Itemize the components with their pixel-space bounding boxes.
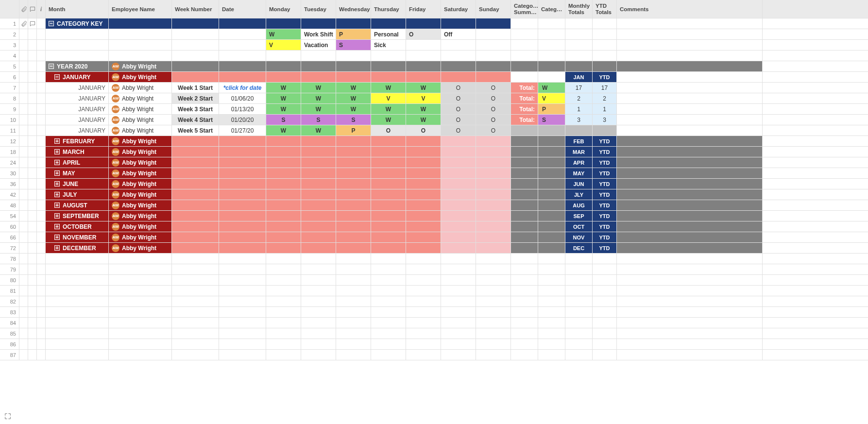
- col-weeknumber[interactable]: Week Number: [172, 0, 219, 18]
- day-cell[interactable]: O: [476, 93, 511, 103]
- employee-cell[interactable]: AWAbby Wright: [109, 200, 172, 210]
- day-cell[interactable]: P: [336, 125, 371, 136]
- row-empty[interactable]: 85: [0, 328, 868, 339]
- col-tuesday[interactable]: Tuesday: [301, 0, 336, 18]
- col-date[interactable]: Date: [219, 0, 266, 18]
- row-empty[interactable]: 86: [0, 339, 868, 350]
- expand-toggle[interactable]: +: [54, 235, 60, 240]
- day-cell[interactable]: O: [441, 93, 476, 103]
- employee-cell[interactable]: AWAbby Wright: [109, 211, 172, 221]
- week-number[interactable]: Week 1 Start: [172, 83, 219, 93]
- category-key-title[interactable]: −CATEGORY KEY: [46, 18, 109, 29]
- employee-cell[interactable]: AWAbby Wright: [109, 104, 172, 114]
- day-cell[interactable]: W: [336, 93, 371, 103]
- row-week[interactable]: 10JANUARYAWAbby WrightWeek 4 Start01/20/…: [0, 115, 868, 125]
- row-empty[interactable]: 80: [0, 275, 868, 286]
- row-empty[interactable]: 78: [0, 254, 868, 264]
- day-cell[interactable]: W: [336, 104, 371, 114]
- date-cell[interactable]: *click for date: [219, 83, 266, 93]
- row-empty[interactable]: 79: [0, 264, 868, 275]
- col-comments[interactable]: Comments: [617, 0, 763, 18]
- employee-cell[interactable]: AWAbby Wright: [109, 168, 172, 178]
- row-empty[interactable]: 87: [0, 350, 868, 360]
- day-cell[interactable]: W: [406, 115, 441, 125]
- employee-cell[interactable]: AWAbby Wright: [109, 147, 172, 157]
- collapse-toggle[interactable]: −: [54, 74, 60, 80]
- row-week[interactable]: 9JANUARYAWAbby WrightWeek 3 Start01/13/2…: [0, 104, 868, 115]
- day-cell[interactable]: O: [406, 125, 441, 136]
- day-cell[interactable]: V: [406, 93, 441, 103]
- col-thursday[interactable]: Thursday: [371, 0, 406, 18]
- expand-toggle[interactable]: +: [54, 138, 60, 144]
- employee-cell[interactable]: AWAbby Wright: [109, 83, 172, 93]
- col-monthly-totals[interactable]: Monthly Totals: [565, 0, 593, 18]
- col-friday[interactable]: Friday: [406, 0, 441, 18]
- expand-toggle[interactable]: +: [54, 160, 60, 165]
- week-number[interactable]: Week 5 Start: [172, 125, 219, 136]
- day-cell[interactable]: W: [406, 83, 441, 93]
- row-month-collapsed[interactable]: 12+FEBRUARYAWAbby WrightFEBYTD: [0, 136, 868, 147]
- day-cell[interactable]: O: [441, 115, 476, 125]
- row-week[interactable]: 8JANUARYAWAbby WrightWeek 2 Start01/06/2…: [0, 93, 868, 104]
- row-category-key[interactable]: 1−CATEGORY KEY: [0, 18, 868, 29]
- col-employee[interactable]: Employee Name: [109, 0, 172, 18]
- day-cell[interactable]: O: [476, 115, 511, 125]
- day-cell[interactable]: W: [301, 93, 336, 103]
- row-january-header[interactable]: 6−JANUARYAWAbby WrightJANYTD: [0, 72, 868, 83]
- expand-toggle[interactable]: +: [54, 170, 60, 176]
- employee-cell[interactable]: AWAbby Wright: [109, 232, 172, 242]
- day-cell[interactable]: S: [336, 115, 371, 125]
- row-empty[interactable]: 81: [0, 286, 868, 296]
- row-month-collapsed[interactable]: 30+MAYAWAbby WrightMAYYTD: [0, 168, 868, 179]
- day-cell[interactable]: W: [336, 83, 371, 93]
- row-empty[interactable]: 82: [0, 296, 868, 307]
- row-month-collapsed[interactable]: 36+JUNEAWAbby WrightJUNYTD: [0, 179, 868, 189]
- attachment-header-icon[interactable]: [19, 0, 28, 18]
- row-empty[interactable]: 83: [0, 307, 868, 318]
- employee-cell[interactable]: AWAbby Wright: [109, 221, 172, 232]
- employee-cell[interactable]: AWAbby Wright: [109, 136, 172, 146]
- row-week[interactable]: 7JANUARYAWAbby WrightWeek 1 Start*click …: [0, 83, 868, 93]
- col-category-summary[interactable]: Catego… Summ…: [511, 0, 538, 18]
- employee-cell[interactable]: AWAbby Wright: [109, 93, 172, 103]
- day-cell[interactable]: W: [301, 104, 336, 114]
- day-cell[interactable]: W: [266, 104, 301, 114]
- week-number[interactable]: Week 3 Start: [172, 104, 219, 114]
- day-cell[interactable]: S: [301, 115, 336, 125]
- row-comment-icon[interactable]: [29, 20, 36, 27]
- row-month-collapsed[interactable]: 18+MARCHAWAbby WrightMARYTD: [0, 147, 868, 157]
- employee-cell[interactable]: AWAbby Wright: [109, 115, 172, 125]
- col-category[interactable]: Categ…: [538, 0, 565, 18]
- day-cell[interactable]: V: [371, 93, 406, 103]
- row-month-collapsed[interactable]: 54+SEPTEMBERAWAbby WrightSEPYTD: [0, 211, 868, 221]
- row-year[interactable]: 5−YEAR 2020AWAbby Wright: [0, 61, 868, 72]
- info-header-icon[interactable]: i: [37, 0, 46, 18]
- day-cell[interactable]: W: [371, 115, 406, 125]
- date-cell[interactable]: 01/13/20: [219, 104, 266, 114]
- expand-toggle[interactable]: +: [54, 149, 60, 154]
- employee-cell[interactable]: AWAbby Wright: [109, 61, 172, 71]
- employee-cell[interactable]: AWAbby Wright: [109, 72, 172, 82]
- date-cell[interactable]: 01/06/20: [219, 93, 266, 103]
- spreadsheet[interactable]: i Month Employee Name Week Number Date M…: [0, 0, 868, 360]
- employee-cell[interactable]: AWAbby Wright: [109, 189, 172, 200]
- expand-toggle[interactable]: +: [54, 224, 60, 229]
- day-cell[interactable]: W: [371, 83, 406, 93]
- day-cell[interactable]: W: [371, 104, 406, 114]
- day-cell[interactable]: O: [441, 104, 476, 114]
- row-key[interactable]: 3VVacationSSick: [0, 40, 868, 51]
- col-month[interactable]: Month: [46, 0, 109, 18]
- date-cell[interactable]: 01/27/20: [219, 125, 266, 136]
- row-empty[interactable]: 84: [0, 318, 868, 328]
- employee-cell[interactable]: AWAbby Wright: [109, 243, 172, 253]
- row-month-collapsed[interactable]: 48+AUGUSTAWAbby WrightAUGYTD: [0, 200, 868, 211]
- day-cell[interactable]: W: [266, 93, 301, 103]
- day-cell[interactable]: W: [406, 104, 441, 114]
- row-key[interactable]: 2WWork ShiftPPersonalOOff: [0, 29, 868, 40]
- day-cell[interactable]: W: [266, 83, 301, 93]
- row-week[interactable]: 11JANUARYAWAbby WrightWeek 5 Start01/27/…: [0, 125, 868, 136]
- expand-toggle[interactable]: +: [54, 203, 60, 208]
- employee-cell[interactable]: AWAbby Wright: [109, 157, 172, 168]
- expand-toggle[interactable]: +: [54, 192, 60, 197]
- row-month-collapsed[interactable]: 42+JULYAWAbby WrightJLYYTD: [0, 189, 868, 200]
